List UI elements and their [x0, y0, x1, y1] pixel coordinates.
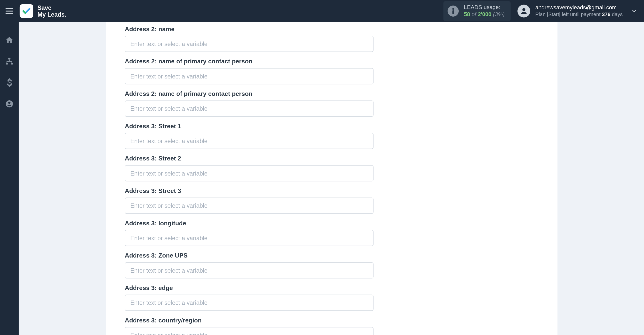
user-plan: Plan |Start| left until payment 376 days [535, 11, 623, 18]
app-header: Save My Leads. LEADS usage: 58 of 2'000 … [0, 0, 644, 22]
field-row: Address 2: name of primary contact perso… [125, 90, 557, 117]
leads-of: of [472, 11, 476, 17]
form-fields: Address 2: nameAddress 2: name of primar… [106, 26, 558, 335]
nav-billing[interactable] [0, 77, 19, 89]
field-row: Address 3: Street 1 [125, 123, 557, 149]
field-label: Address 3: country/region [125, 317, 557, 324]
field-label: Address 3: Street 1 [125, 123, 557, 130]
svg-point-7 [8, 102, 11, 104]
field-input[interactable] [125, 198, 374, 214]
nav-account[interactable] [0, 98, 19, 110]
chevron-down-icon[interactable] [631, 8, 637, 14]
field-label: Address 2: name of primary contact perso… [125, 58, 557, 65]
user-menu[interactable]: andrewsavemyleads@gmail.com Plan |Start|… [517, 4, 637, 18]
svg-rect-3 [8, 58, 10, 60]
info-icon [448, 6, 459, 17]
field-label: Address 3: Street 2 [125, 155, 557, 162]
leads-used: 58 [464, 11, 470, 17]
field-row: Address 2: name [125, 26, 557, 52]
user-info: andrewsavemyleads@gmail.com Plan |Start|… [535, 4, 623, 18]
field-label: Address 2: name [125, 26, 557, 32]
form-card: Address 2: nameAddress 2: name of primar… [106, 22, 558, 335]
field-input[interactable] [125, 36, 374, 52]
avatar-icon [517, 5, 530, 18]
field-row: Address 3: edge [125, 284, 557, 311]
leads-usage-badge: LEADS usage: 58 of 2'000 (3%) [444, 1, 511, 21]
nav-home[interactable] [0, 34, 19, 46]
leads-usage-label: LEADS usage: [464, 4, 505, 11]
field-input[interactable] [125, 101, 374, 117]
plan-suffix: days [611, 11, 623, 17]
field-label: Address 3: Street 3 [125, 187, 557, 194]
field-label: Address 2: name of primary contact perso… [125, 90, 557, 97]
logo-mark-icon [20, 4, 33, 18]
plan-name: |Start| [547, 11, 560, 17]
field-label: Address 3: edge [125, 284, 557, 291]
leads-total: 2'000 [478, 11, 491, 17]
leads-usage-values: 58 of 2'000 (3%) [464, 11, 505, 18]
field-input[interactable] [125, 68, 374, 84]
field-label: Address 3: longitude [125, 220, 557, 227]
hamburger-icon [6, 8, 13, 14]
field-row: Address 3: Street 2 [125, 155, 557, 181]
plan-days: 376 [602, 11, 611, 17]
field-input[interactable] [125, 262, 374, 278]
brand-line1: Save [37, 4, 66, 11]
field-row: Address 3: Street 3 [125, 187, 557, 214]
field-row: Address 2: name of primary contact perso… [125, 58, 557, 84]
leads-percent: (3%) [493, 11, 505, 17]
plan-prefix: Plan [535, 11, 547, 17]
field-input[interactable] [125, 327, 374, 335]
field-row: Address 3: Zone UPS [125, 252, 557, 278]
field-label: Address 3: Zone UPS [125, 252, 557, 259]
brand-logo[interactable]: Save My Leads. [20, 4, 66, 18]
menu-toggle-button[interactable] [0, 0, 19, 22]
svg-point-0 [452, 8, 454, 10]
brand-name: Save My Leads. [37, 4, 66, 18]
svg-rect-1 [453, 10, 454, 14]
brand-line2: My Leads. [37, 11, 66, 18]
field-input[interactable] [125, 295, 374, 311]
user-email: andrewsavemyleads@gmail.com [535, 4, 623, 12]
nav-connections[interactable] [0, 55, 19, 67]
svg-rect-5 [11, 63, 13, 64]
plan-mid: left until payment [560, 11, 602, 17]
svg-point-2 [522, 8, 525, 11]
field-input[interactable] [125, 230, 374, 246]
svg-rect-4 [6, 63, 8, 64]
field-row: Address 3: country/region [125, 317, 557, 335]
field-row: Address 3: longitude [125, 220, 557, 246]
main-content: Address 2: nameAddress 2: name of primar… [19, 22, 644, 335]
field-input[interactable] [125, 165, 374, 181]
sidebar-nav [0, 22, 19, 335]
leads-usage-text: LEADS usage: 58 of 2'000 (3%) [464, 4, 505, 18]
field-input[interactable] [125, 133, 374, 149]
